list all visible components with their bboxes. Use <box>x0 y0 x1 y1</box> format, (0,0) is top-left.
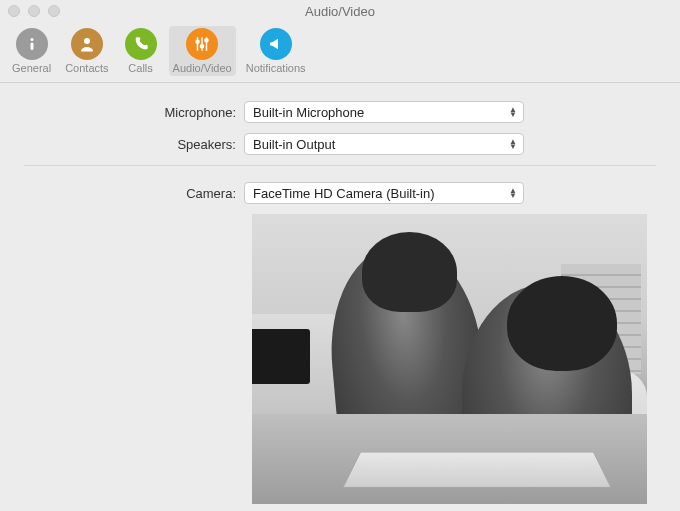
toolbar-tab-audio-video[interactable]: Audio/Video <box>169 26 236 76</box>
chevron-up-down-icon: ▲▼ <box>509 139 517 149</box>
close-window-button[interactable] <box>8 5 20 17</box>
camera-label: Camera: <box>24 186 244 201</box>
camera-select[interactable]: FaceTime HD Camera (Built-in) ▲▼ <box>244 182 524 204</box>
microphone-row: Microphone: Built-in Microphone ▲▼ <box>24 101 656 123</box>
svg-point-7 <box>201 45 204 48</box>
sliders-icon <box>186 28 218 60</box>
phone-icon <box>125 28 157 60</box>
chevron-up-down-icon: ▲▼ <box>509 107 517 117</box>
megaphone-icon <box>260 28 292 60</box>
window-controls <box>8 5 60 17</box>
speakers-select[interactable]: Built-in Output ▲▼ <box>244 133 524 155</box>
titlebar: Audio/Video <box>0 0 680 22</box>
toolbar-tab-contacts[interactable]: Contacts <box>61 26 112 76</box>
minimize-window-button[interactable] <box>28 5 40 17</box>
microphone-value: Built-in Microphone <box>253 105 509 120</box>
speakers-label: Speakers: <box>24 137 244 152</box>
microphone-select[interactable]: Built-in Microphone ▲▼ <box>244 101 524 123</box>
toolbar-tab-label: Audio/Video <box>173 62 232 74</box>
svg-point-2 <box>84 38 90 44</box>
zoom-window-button[interactable] <box>48 5 60 17</box>
preferences-toolbar: General Contacts Calls Audio/Video Notif… <box>0 22 680 83</box>
toolbar-tab-notifications[interactable]: Notifications <box>242 26 310 76</box>
content-area: Microphone: Built-in Microphone ▲▼ Speak… <box>0 83 680 511</box>
chevron-up-down-icon: ▲▼ <box>509 188 517 198</box>
microphone-label: Microphone: <box>24 105 244 120</box>
info-icon <box>16 28 48 60</box>
svg-point-8 <box>205 39 208 42</box>
toolbar-tab-label: Contacts <box>65 62 108 74</box>
toolbar-tab-general[interactable]: General <box>8 26 55 76</box>
contacts-icon <box>71 28 103 60</box>
speakers-row: Speakers: Built-in Output ▲▼ <box>24 133 656 155</box>
svg-point-6 <box>196 40 199 43</box>
section-divider <box>24 165 656 166</box>
toolbar-tab-label: Notifications <box>246 62 306 74</box>
camera-value: FaceTime HD Camera (Built-in) <box>253 186 509 201</box>
camera-row: Camera: FaceTime HD Camera (Built-in) ▲▼ <box>24 182 656 204</box>
toolbar-tab-label: Calls <box>128 62 152 74</box>
speakers-value: Built-in Output <box>253 137 509 152</box>
toolbar-tab-calls[interactable]: Calls <box>119 26 163 76</box>
camera-preview-container <box>24 214 656 504</box>
toolbar-tab-label: General <box>12 62 51 74</box>
svg-point-0 <box>30 38 33 41</box>
window-title: Audio/Video <box>0 4 680 19</box>
camera-preview <box>252 214 647 504</box>
svg-rect-1 <box>30 43 33 51</box>
